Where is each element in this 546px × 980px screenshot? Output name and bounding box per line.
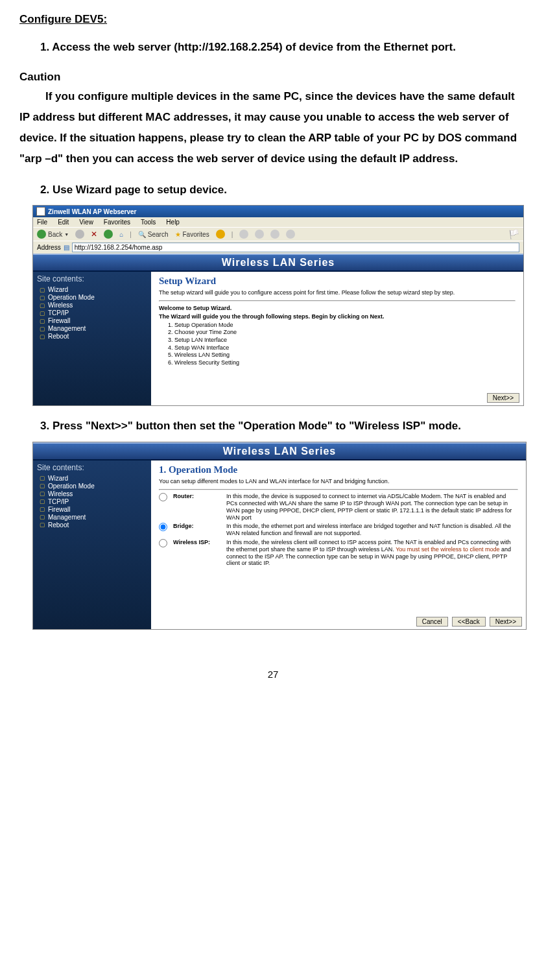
sidebar: Site contents: Wizard Operation Mode Wir… — [33, 272, 151, 405]
wlan-header-2: Wireless LAN Series — [33, 442, 526, 460]
sidebar-item-tcpip[interactable]: TCP/IP — [40, 309, 147, 317]
favorites-button[interactable]: ★Favorites — [175, 231, 209, 238]
setup-step-1: Setup Operation Mode — [174, 322, 516, 329]
step-2: 2. Use Wizard page to setup device. — [45, 180, 527, 200]
sidebar-item-wireless-2[interactable]: Wireless — [40, 490, 147, 498]
bridge-text: In this mode, the ethernet port and wire… — [226, 523, 518, 537]
sidebar-item-firewall[interactable]: Firewall — [40, 317, 147, 325]
setup-step-3: Setup LAN Interface — [174, 337, 516, 344]
sidebar-2: Site contents: Wizard Operation Mode Wir… — [33, 460, 151, 629]
step-1: 1. Access the web server (http://192.168… — [45, 38, 527, 58]
sidebar-item-wireless[interactable]: Wireless — [40, 302, 147, 309]
content-pane-2: 1. Operation Mode You can setup differen… — [151, 460, 526, 629]
star-icon: ★ — [175, 231, 181, 238]
menu-tools[interactable]: Tools — [141, 219, 156, 226]
cancel-button[interactable]: Cancel — [416, 617, 448, 627]
sidebar-item-wizard[interactable]: Wizard — [40, 286, 147, 294]
setup-step-6: Wireless Security Setting — [174, 359, 516, 367]
address-input[interactable] — [72, 243, 519, 252]
router-text: In this mode, the device is supposed to … — [226, 493, 518, 521]
forward-button[interactable] — [75, 230, 84, 239]
address-label: Address — [37, 244, 61, 251]
setup-step-5: Wireless LAN Setting — [174, 352, 516, 359]
opmode-router-row: Router: In this mode, the device is supp… — [159, 493, 518, 521]
setup-guide: The Wizard will guide you the through fo… — [159, 313, 516, 320]
stop-button[interactable]: ✕ — [91, 230, 97, 239]
radio-bridge[interactable] — [159, 523, 167, 531]
home-button[interactable]: ⌂ — [119, 231, 123, 238]
sidebar-item-firewall-2[interactable]: Firewall — [40, 506, 147, 514]
ie-titlebar: Zinwell WLAN AP Webserver — [33, 206, 523, 217]
setup-step-4: Setup WAN Interface — [174, 344, 516, 352]
ie-icon — [36, 207, 45, 216]
next-button-2[interactable]: Next>> — [490, 617, 522, 627]
ie-title-text: Zinwell WLAN AP Webserver — [48, 208, 137, 215]
history-button[interactable] — [216, 230, 225, 239]
print-button[interactable] — [255, 230, 264, 239]
section-title: Configure DEV5: — [19, 13, 527, 26]
router-label: Router: — [173, 493, 221, 521]
bridge-label: Bridge: — [173, 523, 221, 537]
search-button[interactable]: 🔍Search — [138, 231, 169, 238]
screenshot-setup-wizard: Zinwell WLAN AP Webserver File Edit View… — [32, 205, 524, 406]
setup-wizard-desc: The setup wizard will guide you to confi… — [159, 289, 516, 297]
setup-wizard-title: Setup Wizard — [159, 276, 516, 287]
misc-button[interactable] — [286, 230, 295, 239]
sidebar-item-reboot[interactable]: Reboot — [40, 333, 147, 341]
next-button[interactable]: Next>> — [487, 393, 519, 403]
back-button[interactable]: <<Back — [452, 617, 486, 627]
sidebar-item-operation-mode-2[interactable]: Operation Mode — [40, 483, 147, 490]
page-icon: ▤ — [64, 244, 69, 251]
ie-logo: 🏳️ — [508, 229, 519, 239]
screenshot-operation-mode: Wireless LAN Series Site contents: Wizar… — [32, 442, 527, 630]
setup-step-2: Choose your Time Zone — [174, 329, 516, 337]
ie-toolbar: Back▼ ✕ ⌂ | 🔍Search ★Favorites | 🏳️ — [33, 227, 523, 241]
refresh-button[interactable] — [104, 230, 113, 239]
menu-edit[interactable]: Edit — [58, 219, 69, 226]
back-button[interactable]: Back▼ — [37, 230, 69, 239]
wisp-text: In this mode, the wireless client will c… — [226, 539, 518, 567]
sidebar-item-reboot-2[interactable]: Reboot — [40, 521, 147, 529]
opmode-bridge-row: Bridge: In this mode, the ethernet port … — [159, 523, 518, 537]
edit-button[interactable] — [270, 230, 279, 239]
opmode-title: 1. Operation Mode — [159, 464, 518, 475]
mail-button[interactable] — [239, 230, 248, 239]
caution-body: If you configure multiple devices in the… — [19, 86, 527, 170]
sidebar-item-tcpip-2[interactable]: TCP/IP — [40, 498, 147, 506]
sidebar-item-management-2[interactable]: Management — [40, 514, 147, 521]
radio-wisp[interactable] — [159, 539, 167, 547]
ie-menubar[interactable]: File Edit View Favorites Tools Help — [33, 217, 523, 227]
caution-label: Caution — [19, 71, 527, 84]
menu-help[interactable]: Help — [166, 219, 180, 226]
opmode-desc: You can setup different modes to LAN and… — [159, 478, 518, 486]
search-icon: 🔍 — [138, 231, 146, 238]
sidebar-item-operation-mode[interactable]: Operation Mode — [40, 294, 147, 302]
menu-file[interactable]: File — [37, 219, 47, 226]
page-number: 27 — [19, 669, 527, 680]
opmode-wisp-row: Wireless ISP: In this mode, the wireless… — [159, 539, 518, 567]
menu-favorites[interactable]: Favorites — [104, 219, 130, 226]
radio-router[interactable] — [159, 493, 167, 501]
sidebar-title: Site contents: — [37, 274, 147, 283]
menu-view[interactable]: View — [79, 219, 93, 226]
sidebar-title-2: Site contents: — [37, 463, 147, 472]
setup-welcome: Welcome to Setup Wizard. — [159, 305, 516, 311]
sidebar-item-wizard-2[interactable]: Wizard — [40, 475, 147, 483]
wisp-label: Wireless ISP: — [173, 539, 221, 567]
setup-steps-list: Setup Operation Mode Choose your Time Zo… — [174, 322, 516, 367]
wlan-header: Wireless LAN Series — [33, 254, 523, 272]
sidebar-item-management[interactable]: Management — [40, 325, 147, 333]
ie-addressbar: Address ▤ — [33, 241, 523, 254]
content-pane: Setup Wizard The setup wizard will guide… — [151, 272, 523, 405]
step-3: 3. Press "Next>>" button then set the "O… — [45, 416, 527, 436]
